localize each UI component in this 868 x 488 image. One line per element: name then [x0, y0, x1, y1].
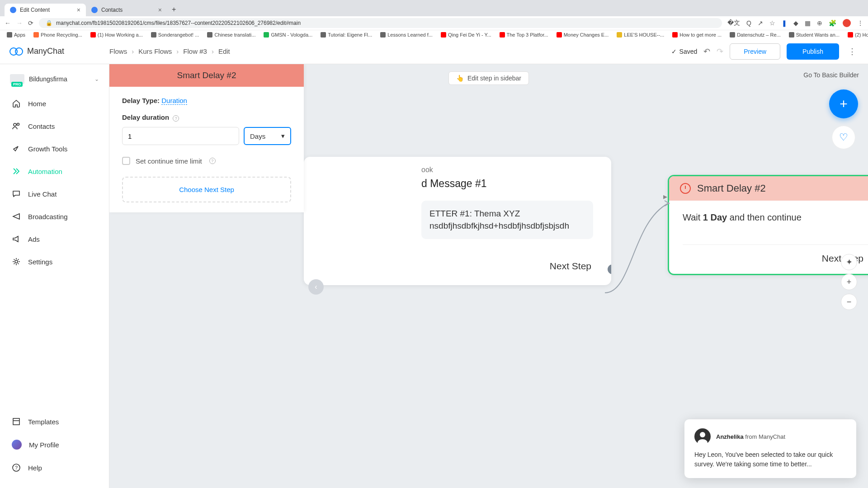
avatar-icon[interactable] [843, 19, 851, 27]
bm-icon [151, 32, 156, 38]
chat-message: Hey Leon, You've been selected to take o… [694, 450, 846, 469]
ext-icon[interactable]: ❚ [782, 19, 787, 27]
bm-icon [500, 32, 505, 38]
more-menu-button[interactable]: ⋮ [845, 47, 859, 56]
tab-title: Contacts [101, 7, 123, 13]
sidebar-item-profile[interactable]: My Profile [0, 433, 109, 456]
tab-favicon-icon [10, 7, 16, 13]
browser-tab[interactable]: Contacts × [86, 4, 167, 16]
bookmarks-bar: Apps Phone Recycling... (1) How Working … [0, 30, 868, 39]
tab-close-icon[interactable]: × [158, 6, 162, 14]
bm-icon [672, 32, 678, 38]
go-basic-builder-link[interactable]: Go To Basic Builder [803, 71, 859, 79]
bookmark[interactable]: GMSN - Vologda... [264, 32, 312, 38]
edit-step-button[interactable]: 👆 Edit step in sidebar [448, 71, 529, 85]
preview-button[interactable]: Preview [730, 43, 780, 60]
bm-icon [264, 32, 269, 38]
svg-point-1 [15, 48, 23, 55]
chat-sender: Anzhelika from ManyChat [716, 433, 785, 440]
sidebar-item-settings[interactable]: Settings [0, 250, 109, 273]
translate-icon[interactable]: �文 [727, 19, 740, 27]
zoom-out-button[interactable]: − [841, 294, 857, 310]
sidebar-item-home[interactable]: Home [0, 92, 109, 115]
bookmark[interactable]: Datenschutz – Re... [730, 32, 781, 38]
flow-node-smart-delay[interactable]: ▸ Smart Delay #2 Wait 1 Day and then con… [668, 175, 868, 275]
delay-type-value[interactable]: Duration [161, 97, 187, 105]
reload-icon[interactable]: ⟳ [28, 19, 33, 27]
sidebar: PRO Bildungsfirma ⌄ Home Contacts Growth… [0, 64, 109, 488]
pointer-icon: 👆 [456, 75, 464, 82]
ext-icon[interactable]: ▦ [805, 19, 811, 27]
bookmark[interactable]: The Top 3 Platfor... [500, 32, 548, 38]
favorite-button[interactable]: ♡ [832, 126, 855, 149]
bookmark[interactable]: Money Changes E... [557, 32, 609, 38]
choose-next-step-button[interactable]: Choose Next Step [122, 177, 291, 202]
duration-unit-select[interactable]: Days ▾ [244, 127, 291, 145]
bookmark[interactable]: Qing Fei De Yi - Y... [441, 32, 491, 38]
breadcrumb-item[interactable]: Flows [109, 47, 127, 55]
bookmark[interactable]: LEE'S HOUSE--... [617, 32, 664, 38]
sidebar-item-help[interactable]: ?Help [0, 456, 109, 479]
zoom-in-button[interactable]: + [841, 274, 857, 290]
auto-arrange-button[interactable]: ✦ [841, 254, 857, 270]
help-icon[interactable]: ? [173, 115, 179, 122]
breadcrumb-item[interactable]: Kurs Flows [138, 47, 172, 55]
address-bar[interactable]: 🔒 manychat.com/fb198150208192061/cms/fil… [39, 18, 722, 28]
workspace-icon: PRO [10, 74, 24, 84]
sidebar-item-automation[interactable]: Automation [0, 160, 109, 183]
search-icon[interactable]: Q [746, 19, 751, 27]
sidebar-item-growth-tools[interactable]: Growth Tools [0, 137, 109, 160]
bookmark[interactable]: How to get more ... [672, 32, 722, 38]
ext-icon[interactable]: ⊕ [817, 19, 822, 27]
node-next-step[interactable]: Next Step [304, 245, 611, 272]
star-icon[interactable]: ☆ [769, 19, 775, 27]
logo[interactable]: ManyChat [9, 44, 109, 59]
back-icon[interactable]: ← [5, 19, 11, 27]
sidebar-item-templates[interactable]: Templates [0, 410, 109, 433]
forward-icon[interactable]: → [16, 19, 23, 27]
flow-node-message[interactable]: ook d Message #1 ETTER #1: Thema XYZ nsd… [304, 157, 611, 285]
bookmark[interactable]: Tutorial: Eigene Fl... [321, 32, 372, 38]
prev-card-button[interactable]: ‹ [308, 279, 324, 295]
puzzle-icon[interactable]: 🧩 [829, 19, 836, 27]
kebab-icon[interactable]: ⋮ [857, 19, 863, 27]
sidebar-item-live-chat[interactable]: Live Chat [0, 183, 109, 205]
node-next-step[interactable]: Next Step [669, 245, 868, 274]
clock-icon [680, 183, 691, 194]
undo-button[interactable]: ↶ [703, 47, 710, 56]
bookmark[interactable]: Chinese translati... [207, 32, 255, 38]
bm-icon [617, 32, 622, 38]
ext-icon[interactable]: ◆ [793, 19, 798, 27]
chat-widget[interactable]: Anzhelika from ManyChat Hey Leon, You've… [684, 419, 856, 478]
duration-input[interactable] [122, 127, 239, 145]
sidebar-item-ads[interactable]: Ads [0, 228, 109, 250]
output-port[interactable] [608, 264, 611, 274]
bookmark[interactable]: Apps [7, 32, 25, 38]
bm-icon [90, 32, 96, 38]
new-tab-button[interactable]: + [167, 3, 180, 16]
time-limit-checkbox[interactable] [122, 157, 130, 165]
browser-tab-active[interactable]: Edit Content × [5, 4, 86, 16]
bookmark[interactable]: Lessons Learned f... [380, 32, 433, 38]
workspace-selector[interactable]: PRO Bildungsfirma ⌄ [0, 70, 109, 92]
help-icon[interactable]: ? [209, 158, 216, 164]
node-body-text: Wait 1 Day and then continue [669, 201, 868, 235]
automation-icon [12, 167, 21, 176]
flow-canvas[interactable]: 👆 Edit step in sidebar Go To Basic Build… [109, 64, 868, 488]
tab-close-icon[interactable]: × [77, 6, 80, 14]
redo-button[interactable]: ↷ [717, 47, 723, 56]
publish-button[interactable]: Publish [787, 43, 839, 60]
node-channel-label: ook [304, 157, 611, 178]
bookmark[interactable]: Student Wants an... [789, 32, 840, 38]
breadcrumb-item[interactable]: Flow #3 [183, 47, 207, 55]
bookmark[interactable]: (1) How Working a... [90, 32, 143, 38]
sidebar-item-broadcasting[interactable]: Broadcasting [0, 205, 109, 228]
bookmark[interactable]: (2) How To Add A... [848, 32, 868, 38]
add-step-fab[interactable]: + [829, 89, 858, 118]
bookmark[interactable]: Phone Recycling... [33, 32, 82, 38]
bookmark[interactable]: Sonderangebot! ... [151, 32, 199, 38]
node-message-preview: ETTER #1: Thema XYZ nsdbfjhsdbfkjhsd+hsd… [421, 201, 593, 239]
send-icon[interactable]: ↗ [758, 19, 763, 27]
time-limit-label: Set continue time limit [136, 157, 202, 165]
sidebar-item-contacts[interactable]: Contacts [0, 115, 109, 137]
